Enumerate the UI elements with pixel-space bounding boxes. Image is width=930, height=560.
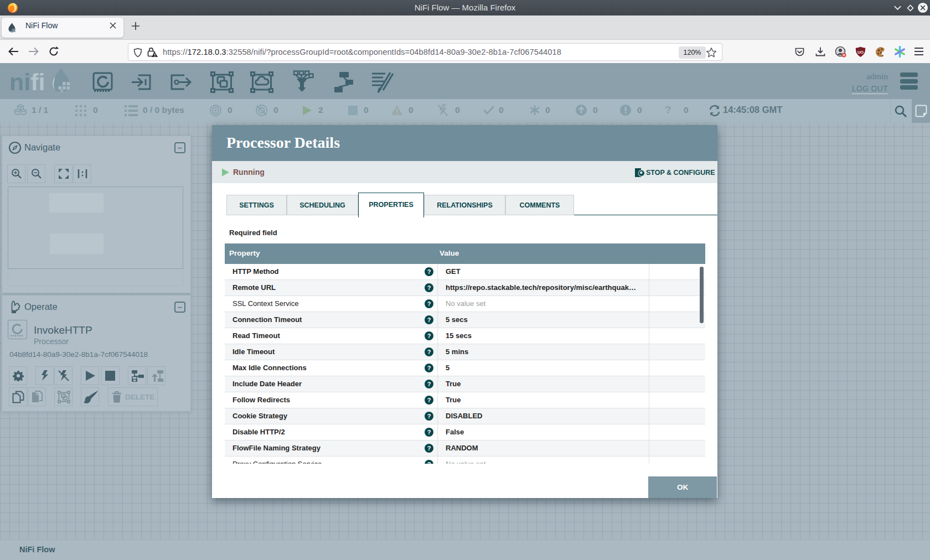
svg-text:UO: UO [857,50,864,55]
